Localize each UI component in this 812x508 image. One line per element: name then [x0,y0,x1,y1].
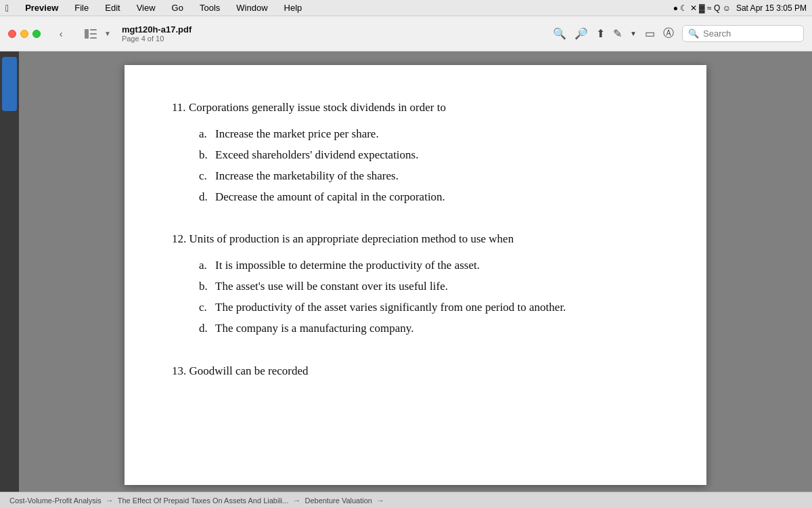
apple-menu[interactable]:  [5,3,9,14]
sidebar [0,51,19,492]
breadcrumb-bar: Cost-Volume-Profit Analysis → The Effect… [0,492,812,508]
datetime: Sat Apr 15 3:05 PM [736,3,807,13]
status-icons: ● ☾ ✕ ▓ ≈ Q ☺ [673,3,731,13]
answer-11b: b.Exceed shareholders' dividend expectat… [199,146,659,164]
answer-11a: a.Increase the market price per share. [199,125,659,143]
breadcrumb-2[interactable]: The Effect Of Prepaid Taxes On Assets An… [114,496,293,505]
breadcrumb-1[interactable]: Cost-Volume-Profit Analysis [5,496,106,505]
toolbar-icons: 🔍 🔎 ⬆ ✎ ▼ ▭ Ⓐ 🔍 [553,25,804,42]
toolbar-nav: ‹ [51,24,70,43]
menu-window[interactable]: Window [233,3,270,13]
answer-12b: b.The asset's use will be constant over … [199,277,659,295]
menu-file[interactable]: File [72,3,91,13]
svg-rect-3 [90,37,97,39]
search-input[interactable] [703,28,798,39]
traffic-lights [8,30,41,38]
question-12-text: 12. Units of production is an appropriat… [172,230,659,248]
pen-icon[interactable]: ✎ [613,27,622,40]
answer-11c: c.Increase the marketability of the shar… [199,167,659,185]
back-button[interactable]: ‹ [51,24,70,43]
breadcrumb-arrow-1: → [106,496,114,505]
breadcrumb-arrow-2: → [292,496,300,505]
page-info: Page 4 of 10 [122,35,191,43]
answer-12d: d.The company is a manufacturing company… [199,319,659,337]
menu-bar:  Preview File Edit View Go Tools Window… [0,0,812,16]
menu-go[interactable]: Go [169,3,186,13]
chevron-down-icon[interactable]: ▼ [104,30,111,37]
pdf-page: 11. Corporations generally issue stock d… [125,65,706,485]
svg-rect-2 [90,33,97,35]
file-name: mgt120h-a17.pdf [122,24,191,35]
answer-11d: d.Decrease the amount of capital in the … [199,188,659,206]
svg-rect-0 [85,29,89,39]
question-11-text: 11. Corporations generally issue stock d… [172,99,659,117]
menu-tools[interactable]: Tools [197,3,223,13]
breadcrumb-arrow-3: → [376,496,384,505]
question-11: 11. Corporations generally issue stock d… [172,99,659,206]
search-icon: 🔍 [688,28,699,39]
answer-12c: c.The productivity of the asset varies s… [199,298,659,316]
maximize-button[interactable] [32,30,41,38]
sidebar-tab-active[interactable] [2,57,17,111]
close-button[interactable] [8,30,16,38]
search-box[interactable]: 🔍 [682,25,804,42]
chevron-down-icon-2[interactable]: ▼ [630,30,637,37]
zoom-in-icon[interactable]: 🔎 [574,27,588,40]
menu-view[interactable]: View [134,3,158,13]
share-icon[interactable]: ⬆ [596,27,605,40]
question-11-answers: a.Increase the market price per share. b… [172,125,659,207]
minimize-button[interactable] [20,30,28,38]
annotate-icon[interactable]: Ⓐ [663,26,674,41]
pdf-container: 11. Corporations generally issue stock d… [19,51,812,492]
question-13-partial: 13. Goodwill can be recorded [172,362,659,380]
file-info: mgt120h-a17.pdf Page 4 of 10 [122,24,191,43]
question-12: 12. Units of production is an appropriat… [172,230,659,337]
answer-12a: a.It is impossible to determine the prod… [199,256,659,274]
content-area: 11. Corporations generally issue stock d… [0,51,812,492]
question-12-answers: a.It is impossible to determine the prod… [172,256,659,338]
zoom-out-icon[interactable]: 🔍 [553,27,566,40]
breadcrumb-3[interactable]: Debenture Valuation [300,496,376,505]
toolbar: ‹ ▼ mgt120h-a17.pdf Page 4 of 10 🔍 🔎 ⬆ ✎… [0,16,812,51]
svg-rect-1 [90,29,97,30]
copy-icon[interactable]: ▭ [645,27,655,40]
menu-preview[interactable]: Preview [22,3,61,13]
menu-edit[interactable]: Edit [102,3,122,13]
menu-bar-right: ● ☾ ✕ ▓ ≈ Q ☺ Sat Apr 15 3:05 PM [673,3,807,13]
sidebar-toggle[interactable] [81,24,100,43]
menu-help[interactable]: Help [281,3,305,13]
